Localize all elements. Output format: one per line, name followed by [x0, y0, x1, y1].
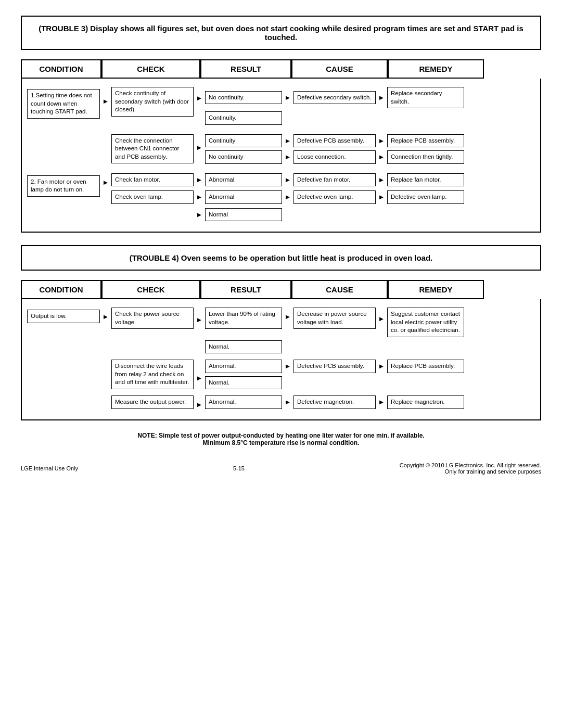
cond1: 1.Setting time does not count down when …: [27, 89, 100, 119]
col-result-1: RESULT: [200, 59, 291, 79]
arr2-3: ►: [194, 211, 205, 219]
col-remedy-1: REMEDY: [388, 59, 484, 79]
arr1-2: ►: [194, 144, 205, 151]
rem4-1-1: Suggest customer contact local electric …: [387, 308, 464, 337]
cau4-2-1: Defective PCB assembly.: [293, 360, 376, 373]
arr2-1-1: ►: [282, 176, 293, 184]
trouble4-header: (TROUBLE 4) Oven seems to be operation b…: [21, 245, 541, 271]
trouble4-table-header: CONDITION CHECK RESULT CAUSE REMEDY: [21, 280, 541, 299]
arr4-1-1a: ►: [282, 313, 293, 321]
cond2: 2. Fan motor or oven lamp do not turn on…: [27, 175, 100, 197]
rem2-1-1: Replace fan motor.: [387, 173, 464, 187]
trouble3-diagram: 1.Setting time does not count down when …: [21, 79, 541, 233]
arr2-2-1: ►: [282, 193, 293, 201]
rem2-2-1: Defective oven lamp.: [387, 190, 464, 204]
rem1-2-2: Connection then tightly.: [387, 150, 464, 164]
arr2-1: ►: [194, 176, 205, 184]
check4-1: Check the power source voltage.: [111, 308, 194, 329]
col-result-2: RESULT: [200, 280, 291, 299]
arr2-2: ►: [194, 193, 205, 201]
arr4-1: ►: [100, 313, 111, 321]
res4-1-1: Lower than 90% of rating voltage.: [205, 308, 282, 329]
cau2-1-1: Defective fan motor.: [293, 173, 376, 187]
rem4-3-1: Replace magnetron.: [387, 395, 464, 409]
cau1-2-1: Defective PCB assembly.: [293, 134, 376, 148]
arr2-1-1r: ►: [376, 176, 387, 184]
arr4-3-1a: ►: [282, 398, 293, 406]
arr1-2-2r: ►: [376, 153, 387, 161]
res2-1-1: Abnormal: [205, 173, 282, 187]
check1-1: Check continuity of secondary switch (wi…: [111, 87, 194, 117]
arr4-2-1a: ►: [282, 362, 293, 370]
col-condition-2: CONDITION: [21, 280, 101, 299]
arr4-3-1: ►: [194, 401, 205, 408]
note-line1: NOTE: Simple test of power output-conduc…: [21, 432, 541, 439]
arr2: ►: [100, 178, 111, 186]
check4-3: Measure the output power.: [111, 395, 194, 409]
arr4-1-1r: ►: [376, 315, 387, 323]
col-check-2: CHECK: [101, 280, 200, 299]
arr4-3-1r: ►: [376, 398, 387, 406]
check4-2: Disconnect the wire leads from relay 2 a…: [111, 360, 194, 389]
res1-2-1: Continuity: [205, 134, 282, 148]
check2-1: Check fan motor.: [111, 173, 194, 187]
cau4-1-1: Decrease in power source voltage with lo…: [293, 308, 376, 329]
cau2-2-1: Defective oven lamp.: [293, 190, 376, 204]
check1-2: Check the connection between CN1 connect…: [111, 134, 194, 164]
arr1-1-1r: ►: [376, 94, 387, 101]
res2-2-1: Abnormal: [205, 190, 282, 204]
arr1: ►: [100, 97, 111, 105]
rem1-1-1: Replace secondary switch.: [387, 87, 464, 108]
trouble3-header: (TROUBLE 3) Display shows all figures se…: [21, 16, 541, 50]
arr4-2-1: ►: [194, 374, 205, 382]
arr1-1-1: ►: [282, 94, 293, 101]
res4-3-1: Abnormal.: [205, 395, 282, 409]
res2-3-1: Normal: [205, 208, 282, 222]
note-section: NOTE: Simple test of power output-conduc…: [21, 432, 541, 446]
res4-2-2: Normal.: [205, 376, 282, 390]
col-condition-1: CONDITION: [21, 59, 101, 79]
res1-1-2: Continuity.: [205, 111, 282, 125]
col-cause-2: CAUSE: [291, 280, 388, 299]
col-check-1: CHECK: [101, 59, 200, 79]
arr4-1-1: ►: [194, 316, 205, 324]
res4-2-1: Abnormal.: [205, 360, 282, 373]
trouble4-diagram: Output is low. ► Check the power source …: [21, 299, 541, 420]
res1-2-2: No continuity: [205, 150, 282, 164]
arr2-2-1r: ►: [376, 193, 387, 201]
footer-right: Copyright © 2010 LG Electronics. Inc. Al…: [400, 462, 541, 475]
footer: LGE Internal Use Only 5-15 Copyright © 2…: [21, 462, 541, 475]
arr1-2-1: ►: [282, 137, 293, 145]
col-cause-1: CAUSE: [291, 59, 388, 79]
res4-1-2: Normal.: [205, 340, 282, 354]
rem1-2-1: Replace PCB assembly.: [387, 134, 464, 148]
cau1-1-1: Defective secondary switch.: [293, 91, 376, 105]
res1-1-1: No continuity.: [205, 91, 282, 105]
arr1-1: ►: [194, 94, 205, 102]
cond4-1: Output is low.: [27, 310, 100, 323]
footer-left: LGE Internal Use Only: [21, 465, 78, 471]
trouble3-table-header: CONDITION CHECK RESULT CAUSE REMEDY: [21, 59, 541, 79]
check2-2: Check oven lamp.: [111, 190, 194, 204]
arr4-2-1r: ►: [376, 362, 387, 370]
note-line2: Minimum 8.5°C temperature rise is normal…: [21, 439, 541, 446]
cau4-3-1: Defective magnetron.: [293, 395, 376, 409]
rem4-2-1: Replace PCB assembly.: [387, 360, 464, 373]
col-remedy-2: REMEDY: [388, 280, 484, 299]
arr1-2-2: ►: [282, 153, 293, 161]
footer-center: 5-15: [233, 465, 245, 471]
arr1-2-1r: ►: [376, 137, 387, 145]
cau1-2-2: Loose connection.: [293, 150, 376, 164]
